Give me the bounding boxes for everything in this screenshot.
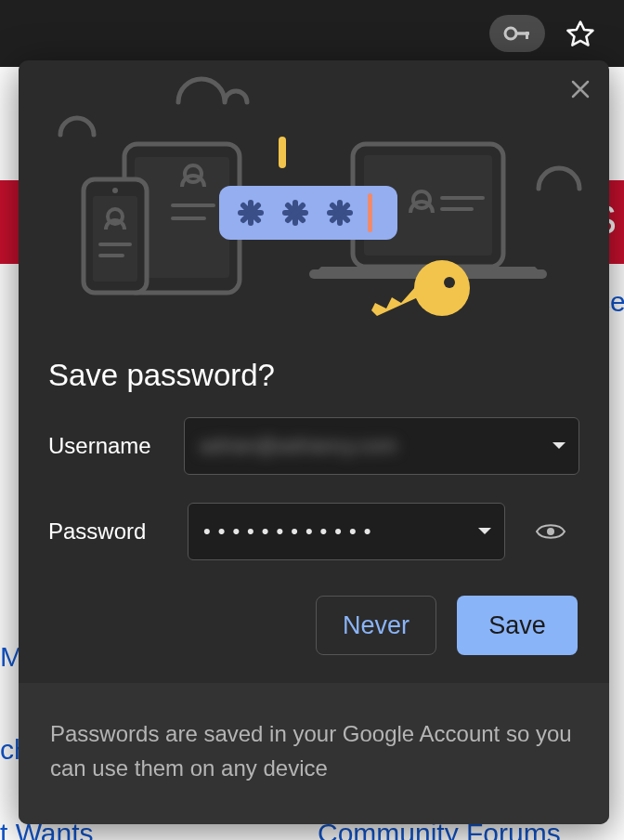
popup-footer: Passwords are saved in your Google Accou…: [19, 683, 609, 824]
save-button[interactable]: Save: [457, 596, 578, 655]
never-button[interactable]: Never: [316, 596, 436, 655]
svg-rect-3: [279, 137, 286, 168]
svg-point-34: [414, 260, 470, 316]
svg-rect-33: [368, 193, 372, 232]
popup-buttons: Never Save: [19, 596, 609, 683]
svg-rect-2: [526, 32, 528, 39]
password-label: Password: [48, 518, 188, 545]
reveal-password-button[interactable]: [527, 521, 574, 542]
popup-footer-text: Passwords are saved in your Google Accou…: [50, 721, 572, 781]
username-field[interactable]: adrian@adriancy.com: [184, 417, 579, 475]
save-password-popup: Save password? Username adrian@adriancy.…: [19, 60, 609, 824]
popup-title: Save password?: [48, 358, 579, 393]
password-row: Password ••••••••••••: [48, 503, 579, 560]
svg-point-11: [112, 188, 118, 193]
save-button-label: Save: [488, 611, 546, 640]
username-value-masked: adrian@adriancy.com: [200, 434, 397, 458]
key-icon: [503, 24, 531, 43]
username-row: Username adrian@adriancy.com: [48, 417, 579, 475]
hero-illustration: [19, 60, 609, 330]
bookmark-star[interactable]: [557, 11, 604, 58]
star-outline-icon: [565, 19, 596, 50]
password-key-pill[interactable]: [489, 15, 545, 52]
svg-point-36: [547, 528, 554, 535]
password-value-dots: ••••••••••••: [203, 519, 378, 544]
popup-content: Save password? Username adrian@adriancy.…: [19, 330, 609, 596]
eye-icon: [535, 521, 566, 542]
username-label: Username: [48, 433, 184, 459]
svg-point-35: [444, 277, 455, 288]
svg-point-0: [505, 28, 516, 39]
chevron-down-icon: [477, 527, 492, 536]
never-button-label: Never: [343, 611, 410, 640]
password-field[interactable]: ••••••••••••: [188, 503, 505, 560]
chevron-down-icon: [552, 441, 566, 451]
